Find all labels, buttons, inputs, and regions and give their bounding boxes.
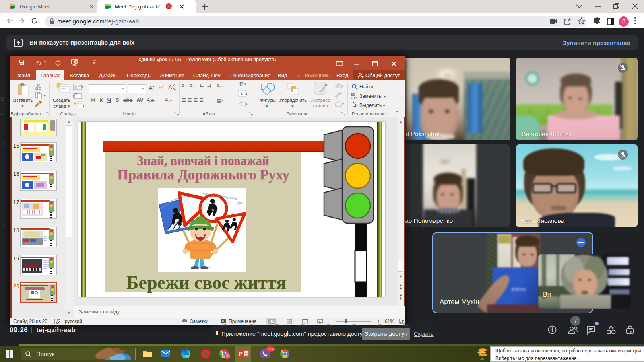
svg-text:Діти: Діти [236,202,243,205]
svg-text:9: 9 [630,331,632,333]
